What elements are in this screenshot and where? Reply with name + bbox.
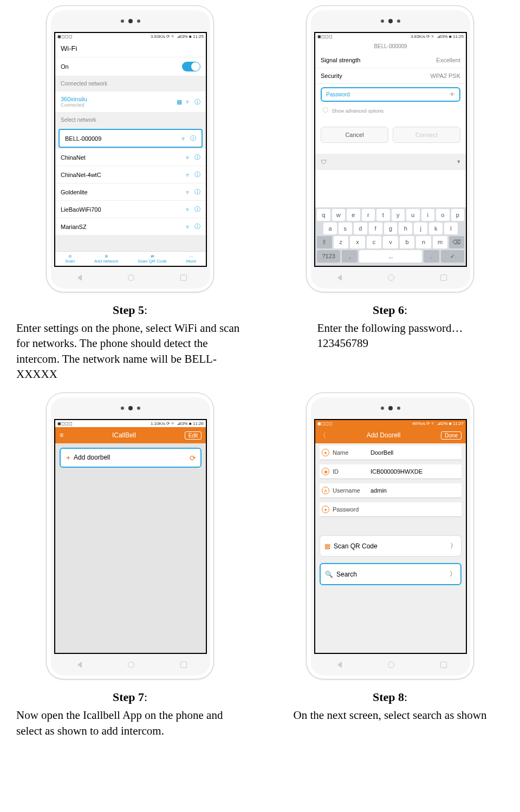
nav-recent-icon[interactable]: [440, 662, 447, 668]
key-p[interactable]: p: [451, 209, 465, 221]
tab-scan-qr[interactable]: ⇄Scan QR Code: [138, 254, 167, 264]
nav-recent-icon[interactable]: [180, 662, 187, 668]
tab-add-network[interactable]: ⊕Add network: [94, 254, 118, 264]
key-period[interactable]: .: [424, 250, 439, 263]
key-g[interactable]: g: [384, 222, 398, 234]
key-d[interactable]: d: [354, 222, 367, 234]
search-button[interactable]: 🔍Search 〉: [320, 563, 461, 585]
phone-frame-step7: ◼◻◻◻ 1.10K/s ⟳ ᯤ ⊿83% ■ 11:26 ≡ ICallBel…: [46, 392, 214, 679]
nav-recent-icon[interactable]: [180, 274, 187, 281]
eye-icon[interactable]: 👁: [450, 91, 455, 97]
key-u[interactable]: u: [406, 209, 420, 221]
key-s[interactable]: s: [339, 222, 352, 234]
info-icon[interactable]: ⓘ: [194, 98, 200, 106]
add-doorbell-label: Add doorbell: [74, 454, 110, 461]
edit-button[interactable]: Edit: [185, 431, 202, 440]
network-row-bell[interactable]: BELL-000009 ᯤⓘ: [58, 129, 203, 148]
nav-recent-icon[interactable]: [440, 274, 447, 281]
info-icon[interactable]: ⓘ: [194, 171, 200, 179]
key-m[interactable]: m: [433, 236, 448, 248]
security-app-icon[interactable]: 🛡: [321, 159, 327, 165]
key-r[interactable]: r: [362, 209, 375, 221]
soft-keyboard: q w e r t y u i o p a: [315, 207, 466, 266]
connected-header: Connected network: [55, 76, 206, 91]
qr-icon[interactable]: ▦: [177, 99, 182, 106]
wifi-toggle[interactable]: [182, 62, 200, 71]
key-symbols[interactable]: ?123: [317, 250, 340, 263]
key-b[interactable]: b: [400, 236, 415, 248]
back-icon[interactable]: 〈: [320, 431, 326, 440]
key-z[interactable]: z: [334, 236, 349, 248]
nav-back-icon[interactable]: [334, 274, 342, 281]
nav-back-icon[interactable]: [74, 662, 82, 668]
nav-home-icon[interactable]: [128, 274, 134, 281]
key-e[interactable]: e: [347, 209, 360, 221]
network-row[interactable]: ChinaNet ᯤⓘ: [55, 149, 206, 166]
name-icon: ●: [322, 449, 329, 456]
info-icon[interactable]: ⓘ: [194, 222, 200, 231]
add-doorbell-row[interactable]: ＋Add doorbell ⟳: [60, 448, 202, 468]
key-y[interactable]: y: [392, 209, 405, 221]
key-enter[interactable]: ✓: [441, 250, 464, 263]
connect-button[interactable]: Connect: [393, 127, 460, 143]
network-row[interactable]: ChinaNet-4wtC ᯤⓘ: [55, 166, 206, 184]
info-icon[interactable]: ⓘ: [190, 134, 196, 142]
key-v[interactable]: v: [383, 236, 398, 248]
key-k[interactable]: k: [429, 222, 443, 234]
info-icon[interactable]: ⓘ: [194, 153, 200, 161]
key-space[interactable]: ⎵: [359, 250, 422, 263]
info-icon[interactable]: ⓘ: [194, 188, 200, 196]
nav-back-icon[interactable]: [334, 662, 342, 668]
network-row[interactable]: Goldenlite ᯤⓘ: [55, 184, 206, 201]
key-x[interactable]: x: [350, 236, 365, 248]
nav-back-icon[interactable]: [74, 274, 82, 281]
done-button[interactable]: Done: [441, 431, 461, 440]
radio-unchecked-icon[interactable]: [323, 107, 328, 113]
dropdown-icon[interactable]: ▾: [457, 158, 460, 165]
refresh-icon[interactable]: ⟳: [190, 454, 196, 462]
key-t[interactable]: t: [376, 209, 390, 221]
hamburger-icon[interactable]: ≡: [60, 431, 63, 439]
on-label: On: [61, 63, 69, 70]
password-field[interactable]: ● Password: [320, 502, 461, 517]
key-q[interactable]: q: [317, 209, 330, 221]
id-field[interactable]: ◉ ID ICB000009HWXDE: [320, 464, 461, 479]
wifi-signal-icon: ᯤ: [185, 172, 191, 178]
network-name: Goldenlite: [61, 189, 88, 195]
step8-text: On the next screen, select search as sho…: [294, 708, 487, 723]
advanced-options-row[interactable]: Show advanced options: [315, 105, 466, 116]
id-icon: ◉: [322, 468, 329, 475]
info-icon[interactable]: ⓘ: [194, 205, 200, 213]
cancel-button[interactable]: Cancel: [321, 127, 388, 143]
wifi-bottom-tabs: ⊘Scan ⊕Add network ⇄Scan QR Code ⋯More: [55, 251, 206, 266]
key-shift[interactable]: ⇧: [317, 236, 332, 248]
phone-frame-step5: ◼◻◻◻ 3.83K/s ⟳ ᯤ ⊿83% ■ 11:25 Wi-Fi On C…: [46, 5, 214, 292]
nav-home-icon[interactable]: [388, 662, 394, 668]
key-l[interactable]: l: [444, 222, 458, 234]
nav-home-icon[interactable]: [128, 662, 134, 668]
name-field[interactable]: ● Name DoorBell: [320, 446, 461, 460]
key-w[interactable]: w: [332, 209, 346, 221]
status-bar: ◼◻◻◻ 3.83K/s ⟳ ᯤ ⊿83% ■ 11:25: [55, 33, 206, 40]
key-j[interactable]: j: [414, 222, 427, 234]
password-input[interactable]: Password 👁: [321, 87, 460, 102]
tab-more[interactable]: ⋯More: [186, 254, 196, 264]
key-a[interactable]: a: [323, 222, 337, 234]
key-f[interactable]: f: [369, 222, 382, 234]
key-o[interactable]: o: [436, 209, 450, 221]
key-i[interactable]: i: [421, 209, 435, 221]
wifi-on-row[interactable]: On: [55, 57, 206, 76]
username-field[interactable]: A Username admin: [320, 483, 461, 498]
lock-icon: ●: [322, 506, 329, 513]
network-row[interactable]: MarianSZ ᯤⓘ: [55, 218, 206, 235]
key-backspace[interactable]: ⌫: [449, 236, 464, 248]
scan-qr-button[interactable]: ▦Scan QR Code 〉: [320, 535, 461, 556]
connected-network-row[interactable]: 360xinsilu Connected ▦ ᯤ ⓘ: [55, 91, 206, 113]
nav-home-icon[interactable]: [388, 274, 394, 281]
network-row[interactable]: LieBaoWiFi700 ᯤⓘ: [55, 201, 206, 218]
key-c[interactable]: c: [367, 236, 382, 248]
tab-scan[interactable]: ⊘Scan: [65, 254, 75, 264]
key-comma[interactable]: ,: [342, 250, 358, 263]
key-h[interactable]: h: [399, 222, 412, 234]
key-n[interactable]: n: [416, 236, 431, 248]
